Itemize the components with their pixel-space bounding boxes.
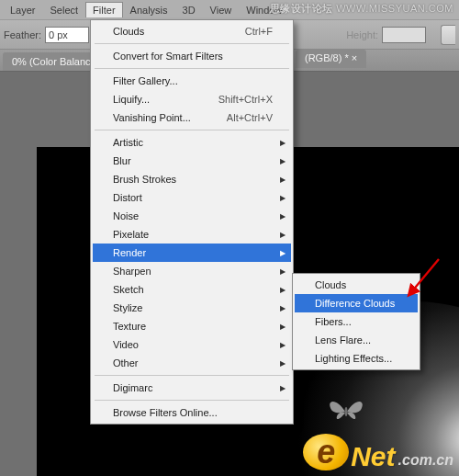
- filter-group-pixelate[interactable]: Pixelate: [93, 225, 291, 244]
- filter-group-texture[interactable]: Texture: [93, 317, 291, 335]
- filter-group-other[interactable]: Other: [93, 354, 291, 372]
- menu-3d[interactable]: 3D: [175, 2, 203, 18]
- render-fibers[interactable]: Fibers...: [295, 312, 418, 331]
- filter-group-distort[interactable]: Distort: [93, 188, 291, 207]
- menu-analysis[interactable]: Analysis: [123, 2, 175, 18]
- render-clouds[interactable]: Clouds: [295, 276, 418, 294]
- filter-gallery[interactable]: Filter Gallery...: [93, 72, 291, 90]
- render-lighting-effects[interactable]: Lighting Effects...: [295, 349, 418, 368]
- height-label: Height:: [346, 29, 378, 40]
- menu-select[interactable]: Select: [43, 2, 86, 18]
- render-difference-clouds[interactable]: Difference Clouds: [295, 294, 418, 312]
- menu-view[interactable]: View: [203, 2, 240, 18]
- filter-group-artistic[interactable]: Artistic: [93, 133, 291, 152]
- annotation-arrow-icon: [404, 255, 442, 298]
- filter-group-blur[interactable]: Blur: [93, 152, 291, 170]
- filter-browse-online[interactable]: Browse Filters Online...: [93, 403, 291, 422]
- filter-liquify[interactable]: Liquify...Shift+Ctrl+X: [93, 90, 291, 108]
- render-submenu: Clouds Difference Clouds Fibers... Lens …: [292, 273, 420, 370]
- menu-layer[interactable]: Layer: [3, 2, 43, 18]
- filter-group-video[interactable]: Video: [93, 335, 291, 354]
- enet-logo: e Net .com.cn: [303, 434, 453, 470]
- toolbar-end-button[interactable]: [441, 25, 455, 45]
- butterfly-icon: [325, 393, 367, 426]
- svg-point-1: [345, 407, 348, 416]
- feather-input[interactable]: 0 px: [45, 27, 89, 43]
- filter-group-sketch[interactable]: Sketch: [93, 280, 291, 299]
- filter-vanishing[interactable]: Vanishing Point...Alt+Ctrl+V: [93, 108, 291, 127]
- filter-group-brush-strokes[interactable]: Brush Strokes: [93, 170, 291, 188]
- svg-line-0: [411, 259, 439, 292]
- menu-filter[interactable]: Filter: [85, 2, 122, 17]
- filter-digimarc[interactable]: Digimarc: [93, 379, 291, 397]
- filter-group-stylize[interactable]: Stylize: [93, 299, 291, 317]
- filter-group-render[interactable]: Render: [93, 244, 291, 262]
- filter-group-sharpen[interactable]: Sharpen: [93, 262, 291, 280]
- height-input: [382, 27, 426, 43]
- render-lens-flare[interactable]: Lens Flare...: [295, 331, 418, 349]
- watermark-top: 思缘设计论坛 WWW.MISSYUAN.COM: [270, 2, 453, 16]
- filter-dropdown: CloudsCtrl+F Convert for Smart Filters F…: [90, 19, 294, 425]
- feather-label: Feather:: [4, 29, 41, 40]
- filter-convert-smart[interactable]: Convert for Smart Filters: [93, 47, 291, 65]
- filter-last[interactable]: CloudsCtrl+F: [93, 22, 291, 40]
- filter-group-noise[interactable]: Noise: [93, 207, 291, 225]
- document-tab-right[interactable]: (RGB/8) * ×: [296, 50, 366, 68]
